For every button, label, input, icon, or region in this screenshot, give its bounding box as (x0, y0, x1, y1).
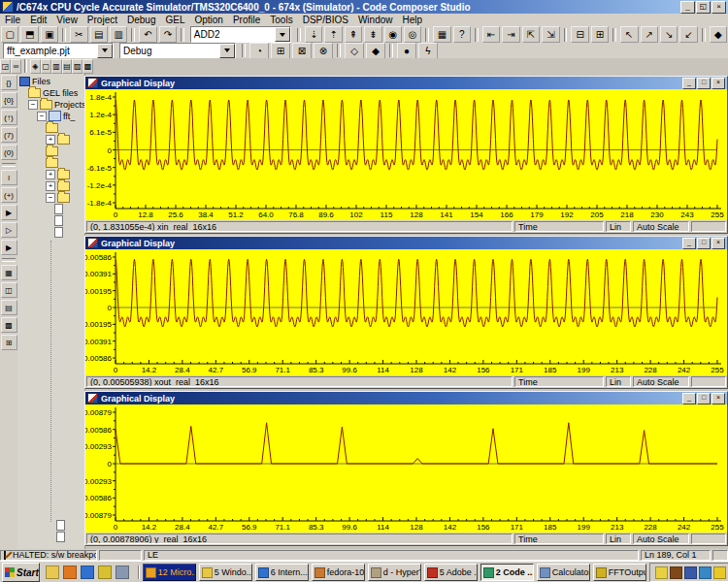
step-out-button[interactable]: ⇞ (345, 26, 362, 43)
find-next-button[interactable]: ◎ (404, 26, 421, 43)
step-asm-button[interactable]: (0) (1, 145, 17, 160)
halt-button[interactable]: ▷ (1, 222, 17, 238)
run-button[interactable]: ▶ (1, 205, 17, 220)
quick-launch-mail[interactable] (98, 566, 112, 579)
cut-button[interactable]: ✂ (70, 26, 87, 43)
task-button-fftoutpu-[interactable]: FFTOutpu... (593, 564, 646, 581)
tree-item[interactable] (46, 146, 60, 156)
tree-item[interactable]: + (46, 134, 72, 145)
run-to-main-button[interactable]: (+) (1, 187, 17, 203)
menu-tools[interactable]: Tools (265, 14, 297, 26)
menu-help[interactable]: Help (397, 14, 427, 26)
graph-plot-area[interactable]: 1.8e-41.2e-46.1e-50-6.1e-5-1.2e-4-1.8e-4… (85, 89, 727, 220)
edit-arrow-3-button[interactable]: ↘ (660, 26, 678, 43)
probe-point-button[interactable]: ▦ (433, 26, 450, 43)
tree-item[interactable] (46, 157, 60, 168)
maximize-button[interactable]: □ (697, 238, 711, 249)
graph-plot-area[interactable]: 0.005860.003910.001950-0.00195-0.00391-0… (85, 249, 727, 375)
find-word-button[interactable]: ◉ (384, 26, 402, 43)
set-breakpoint-button[interactable]: ◇ (345, 43, 364, 59)
menu-option[interactable]: Option (189, 14, 227, 26)
step-out-src-button[interactable]: (↑) (1, 110, 17, 125)
tree-item[interactable]: + (46, 169, 72, 179)
tree-item[interactable]: − (46, 192, 72, 203)
run-to-cursor-button[interactable]: ⇟ (364, 26, 381, 43)
memory-window-button[interactable]: ▢ (41, 59, 51, 74)
project-combo-dropdown[interactable] (97, 44, 113, 58)
low-power-run-button[interactable]: ≀ (1, 170, 17, 185)
tree-item[interactable] (54, 204, 65, 214)
stop-build-button[interactable]: ⊗ (314, 43, 333, 59)
close-button[interactable]: × (711, 78, 725, 89)
menu-profile[interactable]: Profile (228, 14, 265, 26)
halt-ball-button[interactable]: ● (397, 43, 416, 59)
collapse-icon[interactable]: − (37, 112, 47, 121)
menu-debug[interactable]: Debug (122, 14, 160, 26)
graph-window-button[interactable]: ▨ (72, 59, 83, 74)
graph-title-bar[interactable]: Graphical Display_□× (85, 392, 727, 404)
graph-view-button[interactable]: ⊞ (1, 335, 17, 350)
tree-item[interactable] (54, 215, 65, 226)
memory-view-button[interactable]: ▦ (1, 265, 17, 280)
step-into-src-button[interactable]: {} (1, 75, 17, 90)
debug-tool-button[interactable]: ϟ (418, 43, 438, 59)
tray-update[interactable] (699, 566, 711, 579)
graphical-display-window-1[interactable]: Graphical Display_□×1.8e-41.2e-46.1e-50-… (84, 76, 728, 234)
new-file-button[interactable]: ▢ (1, 26, 18, 43)
task-button-calculator[interactable]: Calculator (537, 564, 590, 581)
save-file-button[interactable]: ▣ (41, 26, 58, 43)
memory-save-button[interactable]: ◈ (30, 59, 41, 74)
step-over-button[interactable]: ⇡ (324, 26, 342, 43)
graphical-display-window-3[interactable]: Graphical Display_□×0.008790.005860.0029… (84, 391, 728, 546)
minimize-button[interactable]: _ (682, 393, 696, 404)
context-help-button[interactable]: ? (453, 26, 471, 43)
task-button-12-micro-[interactable]: 12 Micro... (143, 564, 196, 581)
menu-view[interactable]: View (51, 14, 83, 26)
menu-file[interactable]: File (0, 14, 25, 26)
graphical-display-window-2[interactable]: Graphical Display_□×0.005860.003910.0019… (84, 236, 728, 389)
close-button[interactable]: × (711, 238, 725, 249)
undo-button[interactable]: ↶ (139, 26, 156, 43)
quick-launch-desktop[interactable] (116, 566, 129, 579)
menu-gel[interactable]: GEL (160, 14, 189, 26)
title-bar[interactable]: /C674x CPU Cycle Accurate Simulator/TMS3… (0, 0, 728, 14)
menu-dsp-bios[interactable]: DSP/BIOS (298, 14, 353, 26)
project-tree[interactable]: FilesGEL files−Projects−fft_+++− (17, 74, 85, 549)
tree-item[interactable]: + (46, 180, 72, 191)
tree-item-projects[interactable]: −Projects (28, 99, 85, 110)
incremental-build-button[interactable]: ⊞ (271, 43, 290, 59)
build-config-combo[interactable]: Debug (119, 43, 236, 59)
expand-icon[interactable]: + (46, 135, 55, 145)
rebuild-all-button[interactable]: ⊠ (292, 43, 312, 59)
bookmark-next-button[interactable]: ⇱ (522, 26, 540, 43)
edit-arrow-1-button[interactable]: ↖ (620, 26, 638, 43)
source-file-icon[interactable] (56, 532, 65, 542)
source-file-icon[interactable] (56, 520, 65, 531)
tray-volume[interactable] (713, 566, 726, 579)
restore-button[interactable]: ◱ (696, 1, 711, 14)
graph-title-bar[interactable]: Graphical Display_□× (85, 77, 727, 89)
redo-button[interactable]: ↷ (159, 26, 177, 43)
menu-edit[interactable]: Edit (25, 14, 51, 26)
tree-item-files[interactable]: Files (19, 76, 50, 86)
collapse-icon[interactable]: − (46, 193, 55, 203)
quick-launch-folder[interactable] (46, 566, 59, 579)
quick-launch-ie[interactable] (81, 566, 94, 579)
tree-item-gel-files[interactable]: GEL files (28, 87, 78, 98)
tray-mail[interactable] (655, 566, 668, 579)
task-button-fedora-10-[interactable]: fedora-10... (312, 564, 365, 581)
maximize-button[interactable]: □ (697, 393, 711, 404)
task-button-5-windo-[interactable]: 5 Windo... (199, 564, 252, 581)
expand-icon[interactable]: + (46, 170, 55, 179)
tree-item-fft-[interactable]: −fft_ (37, 111, 75, 121)
minimize-button[interactable]: _ (680, 1, 695, 14)
task-button-2-code-[interactable]: 2 Code ... (480, 564, 534, 581)
watch-expression-combo[interactable]: ADD2 (190, 26, 291, 43)
minimize-button[interactable]: _ (682, 238, 696, 249)
watch-expression-combo-dropdown[interactable] (275, 27, 290, 42)
open-file-button[interactable]: ⬒ (20, 26, 38, 43)
task-button-5-adobe-[interactable]: 5 Adobe ... (424, 564, 478, 581)
task-button-d-hypert-[interactable]: d - HyperT... (368, 564, 421, 581)
expand-icon[interactable]: + (46, 181, 55, 191)
graph-plot-area[interactable]: 0.008790.005860.002930-0.00293-0.00586-0… (85, 404, 727, 533)
